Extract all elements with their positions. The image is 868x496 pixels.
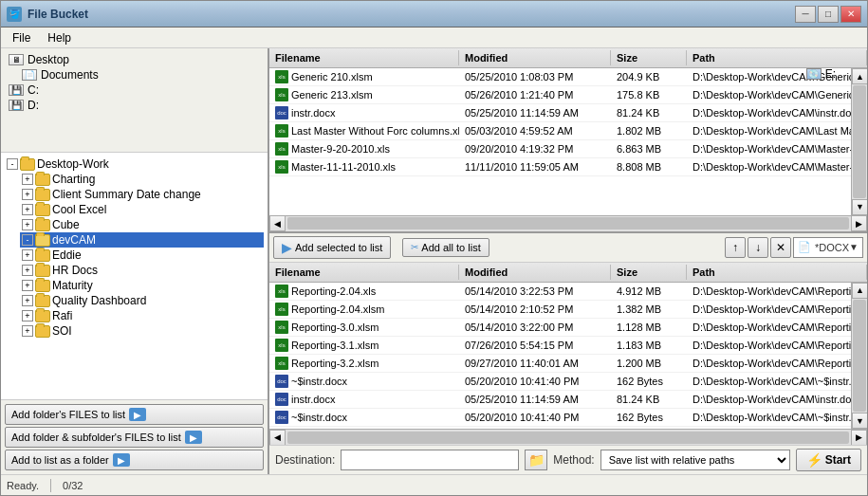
menu-bar: File Help [1,28,867,48]
table-row[interactable]: xls Reporting-2.04.xls 05/14/2010 3:22:5… [269,283,851,301]
bottom-list-scrollbar[interactable]: ▲ ▼ [851,283,867,430]
add-folder-subfolders-button[interactable]: Add folder & subfolder's FILES to list ▶ [5,427,264,448]
horiz-thumb-bottom[interactable] [287,432,849,444]
top-horiz-scroll[interactable]: ◀ ▶ [269,215,867,231]
filename-text: ~$instr.docx [291,376,347,387]
drive-documents[interactable]: 📄 Documents [18,67,264,83]
tree-expand-cube[interactable]: + [22,219,33,230]
tree-expand-soi[interactable]: + [22,325,33,337]
scroll-left-arrow[interactable]: ◀ [269,215,286,231]
cell-path: D:\Desktop-Work\devCAM\instr.docx [687,104,851,121]
filename-text: instr.docx [291,394,335,405]
tree-expand-maturity[interactable]: + [22,280,33,291]
add-as-folder-button[interactable]: Add to list as a folder ▶ [5,450,264,470]
table-row[interactable]: xls Generic 213.xlsm 05/26/2010 1:21:40 … [269,86,851,104]
table-row[interactable]: xls Master-9-20-2010.xls 09/20/2010 4:19… [269,140,851,158]
tree-item-eddie[interactable]: + Eddie [20,248,264,263]
browse-button[interactable]: 📁 [525,450,547,470]
tree-item-cool[interactable]: + Cool Excel [20,202,264,217]
toolbar-right: ↑ ↓ ✕ 📄 *DOCX ▼ [725,237,863,258]
tree-expand-root[interactable]: - [7,158,18,170]
drive-e-icon: 💿 [806,68,822,80]
tree-item-root[interactable]: - Desktop-Work [5,156,264,172]
method-select[interactable]: Save list with relative paths Save list … [600,450,790,470]
folder-icon-maturity [35,280,50,292]
tree-expand-cool[interactable]: + [22,204,33,215]
down-button[interactable]: ↓ [748,237,768,258]
add-selected-button[interactable]: ▶ Add selected to list [273,236,391,259]
add-all-button[interactable]: ✂ Add all to list [402,238,489,257]
table-row[interactable]: doc instr.docx 05/25/2010 11:14:59 AM 81… [269,391,851,409]
tree-expand-devcam[interactable]: - [22,234,33,246]
drive-c[interactable]: 💾 C: [5,83,264,98]
table-row[interactable]: xls Last Master Without Forc columns.xls… [269,122,851,140]
scroll-down-arrow[interactable]: ▼ [852,199,867,215]
add-selected-label: Add selected to list [295,242,382,253]
start-button[interactable]: ⚡ Start [796,449,861,471]
scroll-up-arrow-bottom[interactable]: ▲ [852,283,867,299]
add-folder-files-button[interactable]: Add folder's FILES to list ▶ [5,404,264,425]
menu-file[interactable]: File [5,29,38,46]
cell-filename: xls Reporting-2.04.xls [269,283,459,300]
destination-bar: Destination: 📁 Method: Save list with re… [269,445,867,474]
cell-size: 6.863 MB [611,140,687,157]
cell-path: D:\Desktop-Work\devCAM\Reporting-2.0 [687,301,851,318]
tree-item-quality[interactable]: + Quality Dashboard [20,293,264,308]
tree-item-client[interactable]: + Client Summary Date change [20,187,264,202]
filter-icon: 📄 [798,241,811,253]
scroll-thumb[interactable] [853,85,866,198]
tree-expand-client[interactable]: + [22,189,33,200]
drive-e[interactable]: 💿 E: [803,66,840,82]
cell-modified: 09/20/2010 4:19:32 PM [459,140,611,157]
drive-desktop[interactable]: 🖥 Desktop [5,52,264,67]
table-row[interactable]: xls Generic 210.xlsm 05/25/2010 1:08:03 … [269,68,851,86]
cell-modified: 05/25/2010 11:14:59 AM [459,391,611,408]
cell-filename: xls Generic 213.xlsm [269,86,459,103]
file-count: 0/32 [63,480,83,491]
tree-expand-rafi[interactable]: + [22,310,33,321]
tree-item-maturity[interactable]: + Maturity [20,278,264,293]
scroll-right-arrow[interactable]: ▶ [851,215,867,231]
table-row[interactable]: xls Reporting-3.1.xlsm 07/26/2010 5:54:1… [269,337,851,355]
table-row[interactable]: xls Reporting-3.0.xlsm 05/14/2010 3:22:0… [269,319,851,337]
table-row[interactable]: xls Reporting-3.2.xlsm 09/27/2010 11:40:… [269,355,851,373]
xls-icon: xls [275,160,288,174]
scroll-right-arrow-bottom[interactable]: ▶ [851,430,867,446]
folder-tree[interactable]: - Desktop-Work + Charting + [1,153,268,399]
filter-dropdown-icon[interactable]: ▼ [849,242,859,252]
delete-button[interactable]: ✕ [770,237,791,258]
bottom-horiz-scroll[interactable]: ◀ ▶ [269,429,867,445]
minimize-button[interactable]: ─ [795,6,816,23]
bottom-list-header: Filename Modified Size Path [269,263,867,283]
tree-item-rafi[interactable]: + Rafi [20,308,264,323]
menu-help[interactable]: Help [40,29,79,46]
destination-input[interactable] [341,450,519,470]
table-row[interactable]: doc ~$instr.docx 05/20/2010 10:41:40 PM … [269,409,851,427]
cell-modified: 05/25/2010 11:14:59 AM [459,104,611,121]
scroll-left-arrow-bottom[interactable]: ◀ [269,430,286,446]
maximize-button[interactable]: □ [818,6,839,23]
table-row[interactable]: xls Master-11-11-2010.xls 11/11/2010 11:… [269,158,851,176]
filter-input[interactable]: 📄 *DOCX ▼ [793,237,863,258]
scroll-down-arrow-bottom[interactable]: ▼ [852,413,867,429]
tree-item-soi[interactable]: + SOI [20,323,264,339]
tree-item-hr[interactable]: + HR Docs [20,263,264,278]
tree-item-cube[interactable]: + Cube [20,217,264,232]
scroll-up-arrow[interactable]: ▲ [852,68,867,84]
horiz-thumb[interactable] [287,217,849,230]
tree-expand-charting[interactable]: + [22,174,33,185]
table-row[interactable]: doc instr.docx 05/25/2010 11:14:59 AM 81… [269,104,851,122]
tree-item-devcam[interactable]: - devCAM [20,232,264,248]
up-button[interactable]: ↑ [725,237,746,258]
table-row[interactable]: doc ~$instr.docx 05/20/2010 10:41:40 PM … [269,373,851,391]
tree-item-charting[interactable]: + Charting [20,172,264,187]
drive-d[interactable]: 💾 D: [5,98,264,113]
table-row[interactable]: xls Reporting-2.04.xlsm 05/14/2010 2:10:… [269,301,851,319]
top-list-scrollbar[interactable]: ▲ ▼ [851,68,867,215]
tree-expand-hr[interactable]: + [22,265,33,276]
scroll-thumb-bottom[interactable] [853,300,866,413]
drive-c-icon: 💾 [9,84,24,96]
tree-expand-quality[interactable]: + [22,295,33,306]
close-button[interactable]: ✕ [840,6,861,23]
tree-expand-eddie[interactable]: + [22,249,33,261]
